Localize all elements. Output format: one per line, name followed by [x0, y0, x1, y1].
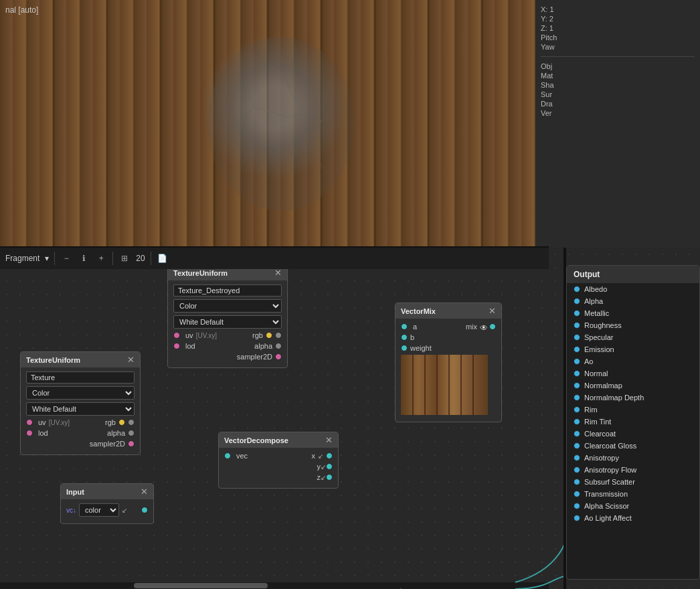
color-select[interactable]: color	[79, 503, 119, 517]
output-socket-row: Normalmap	[567, 380, 699, 392]
sampler2-row: sampler2D	[26, 440, 135, 448]
vector-decompose-node: VectorDecompose ✕ vec x ↙ y ↙	[218, 432, 339, 489]
output-socket-row: Subsurf Scatter	[567, 476, 699, 488]
uv-label: uv	[185, 331, 193, 339]
sampler-socket-right	[275, 353, 282, 360]
x-label: x	[312, 452, 316, 460]
output-panel: Output AlbedoAlphaMetallicRoughnessSpecu…	[566, 265, 700, 580]
vmix-weight-row: weight	[401, 344, 496, 352]
input-close[interactable]: ✕	[141, 487, 148, 497]
output-socket-row: Ao Light Affect	[567, 512, 699, 524]
vector-mix-close[interactable]: ✕	[489, 306, 496, 316]
output-socket-label: Normalmap Depth	[584, 394, 644, 402]
output-socket-dot	[574, 310, 580, 317]
toolbar-arrange-icon[interactable]: ⊞	[118, 252, 130, 264]
vector-mix-header[interactable]: VectorMix ✕	[396, 303, 501, 319]
output-socket-label: Ao	[584, 357, 593, 365]
output-socket-label: Specular	[584, 333, 613, 341]
output-socket-dot	[574, 298, 580, 305]
default2-mode-row: White Default	[26, 402, 135, 416]
output-socket-dot	[574, 406, 580, 413]
uv-sublabel: [UV.xy]	[196, 332, 217, 339]
vector-decompose-body: vec x ↙ y ↙ z ↙	[219, 448, 338, 488]
output-socket-label: Metallic	[584, 309, 609, 317]
toolbar-minus-icon[interactable]: −	[60, 252, 72, 264]
texture-uniform-1-close[interactable]: ✕	[274, 268, 282, 278]
vec-socket-left	[224, 452, 231, 459]
output-socket-dot	[574, 515, 580, 521]
bottom-scrollbar[interactable]	[0, 582, 549, 589]
sampler-label: sampler2D	[237, 353, 272, 361]
texture-uniform-2-header[interactable]: TextureUniform ✕	[21, 352, 140, 367]
info-obj: Obj	[541, 62, 695, 70]
vector-mix-thumbnail	[401, 355, 488, 415]
texture-name-input[interactable]	[173, 284, 282, 297]
info-dra: Dra	[541, 100, 695, 108]
viewport-label: nal [auto]	[5, 5, 38, 15]
b-socket-left	[401, 334, 408, 341]
toolbar-div-1	[54, 252, 55, 265]
info-sha: Sha	[541, 81, 695, 89]
output-socket-dot	[574, 467, 580, 473]
output-socket-label: Subsurf Scatter	[584, 478, 635, 486]
uv2-label: uv	[38, 418, 46, 426]
alpha2-socket-right	[128, 430, 135, 436]
color-socket-right	[141, 507, 148, 513]
output-socket-row: Alpha Scissor	[567, 500, 699, 512]
color-mode-select[interactable]: Color	[173, 299, 282, 313]
vector-decompose-close[interactable]: ✕	[325, 435, 333, 445]
input-node: Input ✕ vc↓ color ↙	[60, 483, 154, 524]
z-socket-right	[326, 474, 333, 481]
vector-decompose-header[interactable]: VectorDecompose ✕	[219, 432, 338, 448]
a-label: a	[413, 323, 417, 331]
output-socket-row: Rim Tint	[567, 416, 699, 428]
color-mode-row: Color	[173, 299, 282, 313]
lod-socket-left	[173, 343, 180, 349]
coord-pitch: Pitch	[541, 33, 695, 41]
texture-uniform-1-title: TextureUniform	[173, 269, 228, 277]
toolbar-doc-icon[interactable]: 📄	[157, 252, 169, 264]
output-socket-label: Albedo	[584, 285, 607, 293]
uv-row: uv [UV.xy] rgb	[173, 331, 282, 339]
toolbar-plus-icon[interactable]: +	[95, 252, 107, 264]
scroll-thumb[interactable]	[134, 583, 268, 588]
right-panel-divider	[563, 248, 566, 589]
texture-uniform-node-2: TextureUniform ✕ Color White Default uv	[20, 351, 141, 455]
output-socket-label: Alpha Scissor	[584, 502, 629, 510]
texture2-name-input[interactable]	[26, 371, 135, 384]
input-header[interactable]: Input ✕	[61, 484, 153, 499]
output-socket-row: Albedo	[567, 283, 699, 295]
sampler-row: sampler2D	[173, 353, 282, 361]
output-socket-label: Anisotropy	[584, 454, 619, 462]
viewport: nal [auto]	[0, 0, 535, 248]
output-socket-label: Normalmap	[584, 382, 622, 390]
toolbar-info-icon[interactable]: ℹ	[78, 252, 90, 264]
output-socket-label: Rim	[584, 406, 598, 414]
output-socket-row: Ao	[567, 355, 699, 367]
vector-decompose-title: VectorDecompose	[224, 436, 288, 444]
default2-mode-select[interactable]: White Default	[26, 402, 135, 416]
info-mat: Mat	[541, 72, 695, 80]
thumb-svg	[401, 355, 488, 415]
toolbar-mode-arrow[interactable]: ▾	[45, 254, 49, 263]
coord-y: Y: 2	[541, 15, 695, 23]
rgb2-socket2-right	[128, 419, 135, 426]
color2-mode-select[interactable]: Color	[26, 386, 135, 400]
output-socket-label: Emission	[584, 345, 614, 353]
output-socket-label: Rim Tint	[584, 418, 611, 426]
default-mode-select[interactable]: White Default	[173, 315, 282, 329]
a-socket-left	[401, 323, 408, 330]
output-socket-row: Rim	[567, 404, 699, 416]
mix-eye-icon: 👁	[480, 323, 487, 330]
output-socket-list: AlbedoAlphaMetallicRoughnessSpecularEmis…	[567, 283, 699, 524]
vector-mix-title: VectorMix	[401, 307, 436, 315]
output-socket-dot	[574, 454, 580, 461]
texture-uniform-2-close[interactable]: ✕	[127, 355, 135, 365]
rgb2-label: rgb	[105, 418, 116, 426]
toolbar-mode[interactable]: Fragment	[5, 254, 39, 263]
z-arrow: ↙	[321, 474, 326, 481]
toolbar-zoom-level: 20	[136, 254, 145, 263]
output-socket-row: Metallic	[567, 307, 699, 319]
vd-vec-row: vec x ↙	[224, 452, 333, 460]
info-sur: Sur	[541, 90, 695, 98]
